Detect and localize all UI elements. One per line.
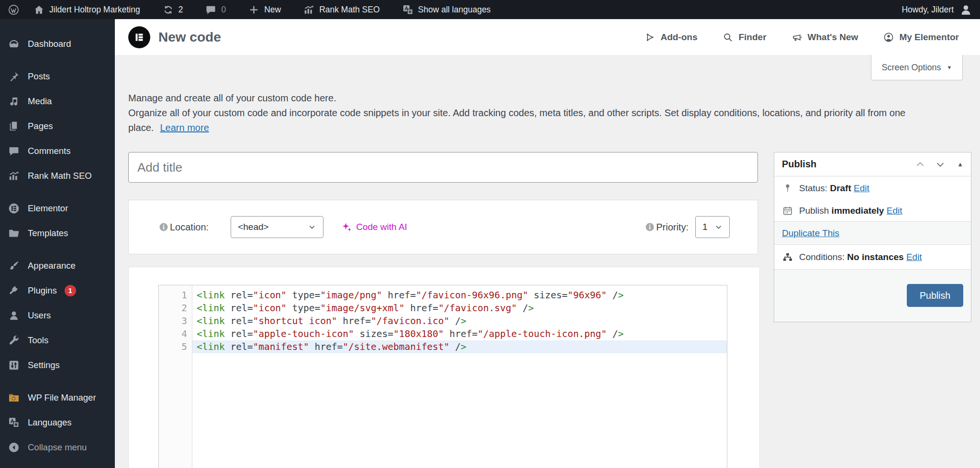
- sidebar-item-elementor[interactable]: Elementor: [0, 196, 115, 221]
- admin-sidebar: DashboardPostsMediaPagesCommentsRank Mat…: [0, 19, 115, 468]
- comments-icon: [8, 145, 20, 157]
- updates-count: 2: [178, 5, 183, 15]
- move-up-icon[interactable]: [915, 159, 925, 170]
- publish-panel-header[interactable]: Publish ▲: [774, 152, 971, 176]
- header-action-label: My Elementor: [899, 32, 959, 43]
- conditions-row: Conditions: No instances Edit: [774, 244, 971, 269]
- sidebar-item-plugins[interactable]: Plugins1: [0, 278, 115, 303]
- line-number-gutter: 12345: [159, 285, 192, 468]
- plugins-icon: [8, 284, 20, 297]
- languages-switcher[interactable]: Show all languages: [402, 4, 491, 16]
- sidebar-item-label: Pages: [28, 121, 53, 131]
- sidebar-item-rank-math-seo[interactable]: Rank Math SEO: [0, 163, 115, 188]
- priority-select[interactable]: 1: [695, 216, 730, 238]
- intro-text: Manage and create all of your custom cod…: [128, 91, 970, 135]
- conditions-edit-link[interactable]: Edit: [906, 252, 922, 262]
- sidebar-item-languages[interactable]: Languages: [0, 410, 115, 435]
- header-action-label: Finder: [738, 32, 766, 43]
- code-line[interactable]: <link rel="shortcut icon" href="/favicon…: [192, 315, 727, 327]
- intro-line-3: place. Learn more: [128, 120, 970, 135]
- code-with-ai-button[interactable]: Code with AI: [342, 222, 407, 232]
- publish-button[interactable]: Publish: [907, 284, 963, 307]
- code-options-bar: Location: <head> Code with AI Priority: …: [128, 200, 758, 254]
- code-line[interactable]: <link rel="icon" type="image/svg+xml" hr…: [192, 302, 727, 315]
- new-content-link[interactable]: New: [248, 4, 281, 16]
- wordpress-menu[interactable]: [8, 4, 20, 16]
- rank-math-link[interactable]: Rank Math SEO: [303, 4, 379, 16]
- location-info-icon[interactable]: [158, 222, 169, 232]
- sidebar-item-wp-file-manager[interactable]: WP File Manager: [0, 385, 115, 410]
- code-area[interactable]: <link rel="icon" type="image/png" href="…: [192, 285, 727, 468]
- status-pin-icon: [782, 183, 793, 194]
- wp-file-manager-icon: [8, 392, 20, 404]
- updates-link[interactable]: 2: [162, 4, 183, 16]
- header-action-my-elementor[interactable]: My Elementor: [883, 32, 959, 43]
- line-number: 3: [159, 315, 187, 327]
- media-icon: [8, 95, 20, 108]
- move-down-icon[interactable]: [935, 159, 946, 170]
- sidebar-item-posts[interactable]: Posts: [0, 64, 115, 89]
- panel-toggle-icon[interactable]: ▲: [957, 161, 963, 168]
- screen-options-label: Screen Options: [882, 63, 941, 73]
- sidebar-item-templates[interactable]: Templates: [0, 221, 115, 246]
- header-action-whats-new[interactable]: What's New: [791, 32, 858, 43]
- collapse-icon: [8, 441, 20, 454]
- translate-icon: [402, 4, 414, 16]
- duplicate-this-link[interactable]: Duplicate This: [782, 228, 839, 239]
- howdy-text[interactable]: Howdy, Jildert: [902, 5, 954, 15]
- languages-icon: [8, 416, 20, 429]
- publish-date-value: immediately: [832, 206, 884, 216]
- site-name-link[interactable]: Jildert Holtrop Marketing: [33, 4, 140, 16]
- sidebar-item-appearance[interactable]: Appearance: [0, 253, 115, 278]
- sidebar-item-dashboard[interactable]: Dashboard: [0, 32, 115, 56]
- screen-options-button[interactable]: Screen Options ▼: [871, 55, 963, 80]
- code-line[interactable]: <link rel="icon" type="image/png" href="…: [192, 289, 727, 302]
- line-number: 4: [159, 327, 187, 340]
- plugins-update-badge: 1: [65, 285, 76, 296]
- sidebar-item-label: Settings: [28, 360, 60, 370]
- header-action-finder[interactable]: Finder: [722, 32, 766, 43]
- ai-sparkle-icon: [342, 222, 352, 232]
- location-select[interactable]: <head>: [231, 216, 323, 238]
- caret-down-icon: ▼: [947, 65, 952, 70]
- sidebar-item-pages[interactable]: Pages: [0, 114, 115, 139]
- rank-math-icon: [303, 4, 315, 16]
- wordpress-logo-icon: [8, 4, 20, 16]
- priority-info-icon[interactable]: [645, 222, 655, 232]
- code-editor[interactable]: 12345 <link rel="icon" type="image/png" …: [158, 285, 727, 468]
- home-icon: [33, 4, 45, 16]
- location-label: Location:: [170, 222, 209, 233]
- sidebar-item-collapse-menu[interactable]: Collapse menu: [0, 435, 115, 460]
- learn-more-link[interactable]: Learn more: [160, 122, 209, 133]
- intro-line-1: Manage and create all of your custom cod…: [128, 91, 970, 106]
- sidebar-item-users[interactable]: Users: [0, 303, 115, 328]
- comments-count: 0: [221, 5, 226, 15]
- sidebar-item-media[interactable]: Media: [0, 89, 115, 114]
- sidebar-item-label: WP File Manager: [28, 392, 96, 403]
- elementor-header: New code Add-onsFinderWhat's NewMy Eleme…: [115, 19, 980, 55]
- addons-icon: [644, 32, 656, 43]
- my-elementor-icon: [883, 32, 894, 43]
- sidebar-item-tools[interactable]: Tools: [0, 328, 115, 353]
- title-input[interactable]: [128, 152, 758, 183]
- publish-panel: Publish ▲ Status: Draft Edit Publ: [774, 152, 971, 322]
- date-edit-link[interactable]: Edit: [887, 206, 902, 216]
- duplicate-row: Duplicate This: [774, 221, 971, 244]
- header-action-add-ons[interactable]: Add-ons: [644, 32, 697, 43]
- priority-label: Priority:: [656, 222, 689, 233]
- header-action-label: Add-ons: [660, 32, 697, 43]
- sidebar-item-label: Languages: [28, 417, 72, 428]
- conditions-sitemap-icon: [782, 251, 793, 263]
- comments-link[interactable]: 0: [205, 4, 226, 16]
- rankmath-icon: [8, 170, 20, 182]
- sidebar-item-comments[interactable]: Comments: [0, 139, 115, 163]
- code-line[interactable]: <link rel="manifest" href="/site.webmani…: [192, 340, 727, 353]
- sidebar-item-settings[interactable]: Settings: [0, 353, 115, 378]
- code-line[interactable]: <link rel="apple-touch-icon" sizes="180x…: [192, 327, 727, 340]
- main-content: New code Add-onsFinderWhat's NewMy Eleme…: [115, 19, 980, 468]
- sidebar-item-label: Plugins: [28, 285, 57, 296]
- status-edit-link[interactable]: Edit: [854, 183, 869, 193]
- chevron-down-icon: [308, 223, 316, 231]
- languages-label: Show all languages: [418, 5, 491, 15]
- user-avatar[interactable]: [959, 3, 972, 16]
